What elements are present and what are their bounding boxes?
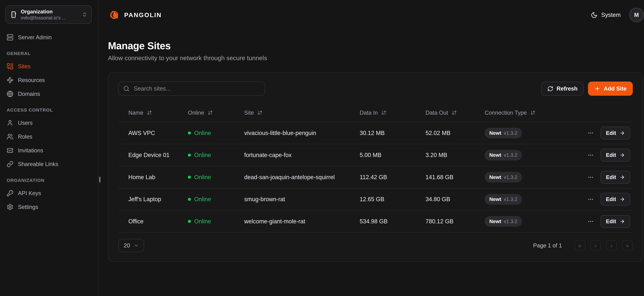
column-label: Data Out	[426, 110, 448, 116]
add-site-button[interactable]: Add Site	[588, 82, 633, 96]
sidebar-item-shareable-links[interactable]: Shareable Links	[7, 157, 90, 171]
add-site-button-label: Add Site	[604, 86, 626, 92]
sites-card: Refresh Add Site Name Online Site Data I…	[108, 72, 643, 262]
search-icon	[123, 86, 130, 92]
column-header-site[interactable]: Site	[244, 110, 360, 116]
previous-page-button[interactable]: ‹	[590, 240, 601, 251]
gear-icon	[7, 204, 14, 210]
row-menu-button[interactable]	[588, 174, 594, 180]
edit-button[interactable]: Edit	[600, 193, 630, 206]
more-horizontal-icon	[588, 196, 594, 202]
sort-icon	[530, 110, 536, 116]
cell-site: dead-san-joaquin-antelope-squirrel	[244, 174, 360, 180]
plus-icon	[594, 86, 600, 92]
online-status-label: Online	[194, 218, 211, 225]
page-size-select[interactable]: 20	[118, 239, 144, 252]
search-input[interactable]	[133, 85, 260, 92]
connection-type-badge: Newtv1.3.2	[485, 172, 522, 182]
org-switcher[interactable]: Organization milo@fossorial.io's ...	[6, 6, 92, 24]
cell-online: Online	[188, 152, 244, 158]
chevrons-left-icon: «	[578, 243, 582, 248]
column-header-connection-type[interactable]: Connection Type	[485, 110, 589, 116]
cell-connection-type: Newtv1.3.2	[485, 194, 589, 205]
sidebar-item-label: Shareable Links	[18, 161, 58, 167]
refresh-icon	[548, 86, 553, 92]
sidebar-heading-access-control: ACCESS CONTROL	[7, 108, 90, 113]
table-row: Jeff's Laptop Online smug-brown-rat 12.6…	[118, 188, 633, 210]
user-icon	[7, 120, 14, 126]
online-status-label: Online	[194, 152, 211, 158]
connection-version-label: v1.3.2	[504, 218, 518, 224]
brand-name: PANGOLIN	[124, 11, 162, 18]
online-status-label: Online	[194, 130, 211, 136]
avatar[interactable]: M	[630, 8, 643, 22]
cell-data-in: 12.65 GB	[360, 196, 426, 202]
sidebar-item-label: Sites	[18, 63, 30, 70]
cell-actions: Edit	[590, 171, 633, 184]
edit-button[interactable]: Edit	[600, 126, 630, 140]
sidebar-item-label: Users	[18, 120, 32, 126]
connection-type-label: Newt	[489, 152, 501, 158]
sidebar-item-label: Settings	[18, 204, 38, 210]
online-status-label: Online	[194, 196, 211, 202]
sidebar-item-label: API Keys	[18, 190, 41, 196]
chevrons-up-down-icon	[82, 12, 87, 17]
next-page-button[interactable]: ›	[606, 240, 617, 251]
org-switcher-text: Organization milo@fossorial.io's ...	[21, 8, 66, 21]
sidebar-item-users[interactable]: Users	[7, 116, 90, 130]
cell-online: Online	[188, 196, 244, 202]
row-menu-button[interactable]	[588, 218, 594, 225]
sidebar-item-settings[interactable]: Settings	[7, 200, 90, 214]
column-header-online[interactable]: Online	[188, 110, 244, 116]
cell-online: Online	[188, 218, 244, 225]
online-dot-icon	[188, 154, 191, 157]
row-menu-button[interactable]	[588, 130, 594, 136]
column-header-data-out[interactable]: Data Out	[426, 110, 485, 116]
sidebar-item-invitations[interactable]: Invitations	[7, 144, 90, 157]
refresh-button[interactable]: Refresh	[541, 82, 584, 96]
cell-actions: Edit	[590, 149, 633, 162]
toolbar-actions: Refresh Add Site	[541, 82, 633, 96]
sort-icon	[381, 110, 386, 116]
column-label: Data In	[360, 110, 378, 116]
row-menu-button[interactable]	[588, 196, 594, 202]
sidebar-item-resources[interactable]: Resources	[7, 73, 90, 87]
arrow-right-icon	[620, 174, 625, 180]
sidebar-item-domains[interactable]: Domains	[7, 87, 90, 101]
sidebar-item-api-keys[interactable]: API Keys	[7, 186, 90, 200]
moon-icon	[591, 12, 598, 18]
last-page-button[interactable]: »	[622, 240, 633, 251]
sidebar-section-organization: ORGANIZATION API Keys Settings	[7, 178, 90, 214]
connection-type-badge: Newtv1.3.2	[485, 150, 522, 160]
column-header-data-in[interactable]: Data In	[360, 110, 426, 116]
column-header-name[interactable]: Name	[128, 110, 188, 116]
sidebar-item-sites[interactable]: Sites	[7, 60, 90, 73]
more-horizontal-icon	[588, 218, 594, 225]
cell-data-in: 112.42 GB	[360, 174, 426, 180]
brand-logo[interactable]: PANGOLIN	[108, 9, 162, 21]
cell-data-out: 52.02 MB	[426, 130, 485, 136]
app-window: Organization milo@fossorial.io's ... Ser…	[0, 0, 644, 296]
cell-connection-type: Newtv1.3.2	[485, 216, 589, 227]
chevron-right-icon: ›	[610, 243, 612, 248]
search-box	[118, 82, 265, 96]
sidebar-item-roles[interactable]: Roles	[7, 130, 90, 144]
table-row: AWS VPC Online vivacious-little-blue-pen…	[118, 122, 633, 144]
column-label: Connection Type	[485, 110, 527, 116]
page-subtitle: Allow connectivity to your network throu…	[108, 54, 643, 62]
first-page-button[interactable]: «	[574, 240, 585, 251]
connection-type-label: Newt	[489, 130, 501, 136]
sidebar-nav: Server Admin GENERAL Sites Resources Dom…	[6, 30, 92, 214]
connection-type-badge: Newtv1.3.2	[485, 128, 522, 138]
edit-button[interactable]: Edit	[600, 215, 630, 228]
edit-button[interactable]: Edit	[600, 171, 630, 184]
sidebar-item-server-admin[interactable]: Server Admin	[7, 30, 90, 44]
cell-data-out: 141.68 GB	[426, 174, 485, 180]
page-title: Manage Sites	[108, 40, 643, 52]
theme-toggle[interactable]: System	[591, 12, 621, 18]
connection-type-label: Newt	[489, 196, 501, 202]
sidebar-resize-handle[interactable]	[99, 177, 100, 182]
row-menu-button[interactable]	[588, 152, 594, 158]
cell-name: Jeff's Laptop	[128, 196, 188, 202]
edit-button[interactable]: Edit	[600, 149, 630, 162]
